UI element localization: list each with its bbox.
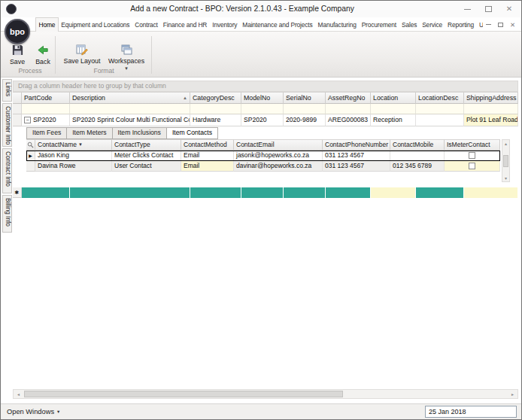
cell-locationdesc[interactable] <box>416 114 464 126</box>
ribbon-tab-equipment-and-locations[interactable]: Equipment and Locations <box>59 18 132 32</box>
ribbon-tab-home[interactable]: Home <box>35 17 59 32</box>
filter-cell-partcode[interactable] <box>22 104 70 114</box>
scroll-down-icon[interactable]: ▾ <box>505 175 507 181</box>
save-button[interactable]: Save <box>5 44 29 65</box>
filter-cell-shippingaddress[interactable] <box>464 104 518 114</box>
col-header-location[interactable]: Location <box>371 92 416 104</box>
new-cell-partcode[interactable] <box>22 187 70 198</box>
col-header-contacttype[interactable]: ContactType <box>112 139 181 151</box>
filter-cell-location[interactable] <box>371 104 416 114</box>
new-cell-categorydesc[interactable] <box>190 187 241 198</box>
col-header-partcode[interactable]: PartCode <box>22 92 70 104</box>
tab-item-inclusions[interactable]: Item Inclusions <box>112 127 166 139</box>
detail-vertical-scrollbar[interactable]: ▴ ▾ <box>502 139 510 182</box>
minimize-button[interactable] <box>457 1 478 17</box>
ribbon-tab-sales[interactable]: Sales <box>399 18 419 32</box>
cell-partcode[interactable]: −SP2020 <box>22 114 70 126</box>
col-header-serialno[interactable]: SerialNo <box>284 92 326 104</box>
filter-cell-categorydesc[interactable] <box>190 104 241 114</box>
ribbon-tab-procurement[interactable]: Procurement <box>359 18 399 32</box>
tab-item-fees[interactable]: Item Fees <box>26 127 66 139</box>
sidebar-tab-links[interactable]: Links <box>2 79 12 102</box>
cell-contactmobile[interactable] <box>390 151 445 161</box>
cell-contacttype[interactable]: User Contact <box>112 161 181 172</box>
maximize-button[interactable] <box>478 1 499 17</box>
mdi-minimize-icon[interactable] <box>486 24 491 25</box>
filter-cell-description[interactable] <box>70 104 190 114</box>
col-header-contactemail[interactable]: ContactEmail <box>234 139 323 151</box>
sidebar-tab-billing-info[interactable]: Billing Info <box>2 195 12 233</box>
scrollbar-thumb[interactable] <box>503 155 508 167</box>
ribbon-tab-inventory[interactable]: Inventory <box>210 18 240 32</box>
cell-ismetercontact[interactable] <box>445 161 500 172</box>
scroll-up-icon[interactable]: ▴ <box>505 141 507 146</box>
cell-contactname[interactable]: Davina Rowe <box>35 161 112 172</box>
tab-item-contacts[interactable]: Item Contacts <box>166 127 218 139</box>
ribbon-tab-manufacturing[interactable]: Manufacturing <box>315 18 359 32</box>
ribbon-tab-service[interactable]: Service <box>420 18 445 32</box>
cell-contactmethod[interactable]: Email <box>181 151 234 161</box>
detail-row-jason-king[interactable]: ▶ Jason King Meter Clicks Contact Email … <box>26 151 500 161</box>
cell-contactmethod[interactable]: Email <box>181 161 234 172</box>
col-header-contactmobile[interactable]: ContactMobile <box>390 139 445 151</box>
cell-contactemail[interactable]: jasonk@hopeworks.co.za <box>234 151 323 161</box>
cell-contactemail[interactable]: davinar@hopeworks.co.za <box>234 161 323 172</box>
mdi-restore-icon[interactable] <box>498 23 503 27</box>
detail-row-davina-rowe[interactable]: Davina Rowe User Contact Email davinar@h… <box>26 161 500 172</box>
filter-cell-assetregno[interactable] <box>326 104 371 114</box>
col-header-locationdesc[interactable]: LocationDesc <box>416 92 464 104</box>
ribbon-tab-reporting[interactable]: Reporting <box>445 18 477 32</box>
ribbon-tab-maintenance-and-projects[interactable]: Maintenance and Projects <box>240 18 315 32</box>
grid-new-item-row[interactable]: ✱ <box>13 187 518 198</box>
close-button[interactable]: ✕ <box>499 1 520 17</box>
cell-modelno[interactable]: SP2020 <box>241 114 284 126</box>
new-cell-shippingaddress[interactable] <box>464 187 518 198</box>
cell-location[interactable]: Reception <box>371 114 416 126</box>
cell-categorydesc[interactable]: Hardware <box>190 114 241 126</box>
horizontal-scrollbar[interactable]: ◂ ▸ <box>13 389 518 399</box>
app-menu-button[interactable]: bpo <box>5 19 30 44</box>
scrollbar-thumb[interactable] <box>24 391 343 397</box>
cell-assetregno[interactable]: AREG000083 <box>326 114 371 126</box>
new-cell-modelno[interactable] <box>241 187 284 198</box>
col-header-contactphonenumber[interactable]: ContactPhoneNumber <box>323 139 390 151</box>
save-layout-button[interactable]: Save Layout <box>61 44 103 65</box>
scroll-left-icon[interactable]: ◂ <box>14 390 23 398</box>
col-header-ismetercontact[interactable]: IsMeterContact <box>445 139 500 151</box>
cell-contactname[interactable]: Jason King <box>35 151 112 161</box>
col-header-categorydesc[interactable]: CategoryDesc <box>190 92 241 104</box>
col-header-assetregno[interactable]: AssetRegNo <box>326 92 371 104</box>
tab-item-meters[interactable]: Item Meters <box>66 127 111 139</box>
filter-cell-modelno[interactable] <box>241 104 284 114</box>
col-header-modelno[interactable]: ModelNo <box>241 92 284 104</box>
mdi-close-icon[interactable]: ✕ <box>510 22 515 28</box>
sidebar-tab-customer-info[interactable]: Customer Info <box>2 103 12 147</box>
col-header-description[interactable]: Description▲ <box>70 92 190 104</box>
filter-cell-locationdesc[interactable] <box>416 104 464 114</box>
col-header-contactname[interactable]: ContactName▼ <box>35 139 112 151</box>
new-cell-serialno[interactable] <box>284 187 326 198</box>
cell-ismetercontact[interactable] <box>445 151 500 161</box>
filter-cell-serialno[interactable] <box>284 104 326 114</box>
collapse-detail-icon[interactable]: − <box>24 117 31 123</box>
new-cell-locationdesc[interactable] <box>416 187 464 198</box>
new-cell-description[interactable] <box>70 187 190 198</box>
ismetercontact-checkbox[interactable] <box>469 152 475 159</box>
cell-serialno[interactable]: 2020-9899 <box>284 114 326 126</box>
new-cell-location[interactable] <box>371 187 416 198</box>
cell-contacttype[interactable]: Meter Clicks Contact <box>112 151 181 161</box>
new-cell-assetregno[interactable] <box>326 187 371 198</box>
group-by-drop-zone[interactable]: Drag a column header here to group by th… <box>13 81 518 92</box>
ribbon-tab-contract[interactable]: Contract <box>132 18 160 32</box>
cell-contactphonenumber[interactable]: 031 123 4567 <box>323 151 390 161</box>
cell-contactmobile[interactable]: 012 345 6789 <box>390 161 445 172</box>
scroll-right-icon[interactable]: ▸ <box>508 390 517 398</box>
back-button[interactable]: Back <box>31 44 55 65</box>
col-header-shippingaddress[interactable]: ShippingAddress <box>464 92 518 104</box>
cell-shippingaddress[interactable]: Plot 91 Leaf Road, Fo <box>464 114 518 126</box>
col-header-contactmethod[interactable]: ContactMethod <box>181 139 234 151</box>
grid-data-row[interactable]: −SP2020 SP2020 Sprint Colour Multi Funct… <box>13 114 518 126</box>
sidebar-tab-contract-info[interactable]: Contract Info <box>2 148 12 193</box>
date-field[interactable]: 25 Jan 2018 <box>425 406 517 418</box>
ismetercontact-checkbox[interactable] <box>469 163 475 169</box>
